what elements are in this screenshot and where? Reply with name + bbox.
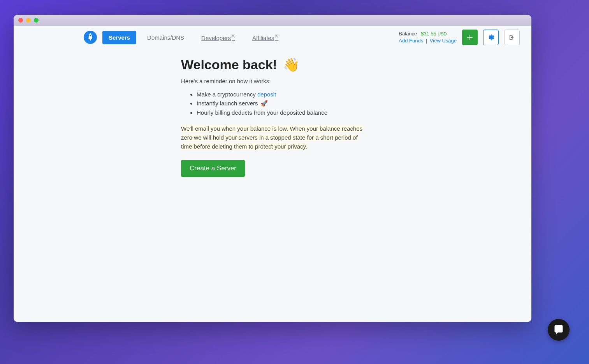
balance-separator: | <box>426 38 427 44</box>
balance-label: Balance <box>399 31 417 37</box>
gear-icon <box>487 34 494 41</box>
nav-domains[interactable]: Domains/DNS <box>141 31 190 44</box>
logout-icon <box>508 34 515 41</box>
main-content: Welcome back! 👋 Here's a reminder on how… <box>14 49 380 177</box>
brand-logo[interactable] <box>84 31 97 44</box>
nav-affiliates[interactable]: Affiliates⇱ <box>246 30 285 45</box>
window-titlebar <box>14 15 531 26</box>
nav-developers[interactable]: Developers⇱ <box>195 30 241 45</box>
page-title: Welcome back! 👋 <box>181 57 380 72</box>
logout-button[interactable] <box>504 30 520 45</box>
step2-text: Instantly launch servers <box>197 100 258 107</box>
create-server-button[interactable]: Create a Server <box>181 160 245 177</box>
heading-text: Welcome back! <box>181 57 277 72</box>
plus-icon <box>466 34 473 41</box>
warning-part1: We'll email you when your balance is low… <box>181 125 288 132</box>
nav-servers[interactable]: Servers <box>102 31 136 44</box>
step-deposit: Make a cryptocurrency deposit <box>197 90 380 99</box>
step-launch: Instantly launch servers 🚀 <box>197 99 380 108</box>
close-window-button[interactable] <box>18 18 23 23</box>
settings-button[interactable] <box>483 30 499 45</box>
balance-warning: We'll email you when your balance is low… <box>181 124 368 151</box>
balance-amount: $31.55 <box>421 31 436 37</box>
minimize-window-button[interactable] <box>26 18 31 23</box>
top-header: Servers Domains/DNS Developers⇱ Affiliat… <box>14 26 531 49</box>
app-window: Servers Domains/DNS Developers⇱ Affiliat… <box>14 15 531 322</box>
rocket-emoji: 🚀 <box>260 100 268 107</box>
balance-currency: USD <box>438 32 447 36</box>
external-link-icon: ⇱ <box>275 34 278 38</box>
nav-developers-label: Developers <box>201 35 231 41</box>
external-link-icon: ⇱ <box>232 34 235 38</box>
wave-emoji: 👋 <box>283 57 299 72</box>
steps-list: Make a cryptocurrency deposit Instantly … <box>181 90 380 117</box>
header-right: Balance $31.55 USD Add Funds | View Usag… <box>399 30 520 45</box>
view-usage-link[interactable]: View Usage <box>430 38 457 44</box>
step1-prefix: Make a cryptocurrency <box>197 91 257 98</box>
main-nav: Servers Domains/DNS Developers⇱ Affiliat… <box>102 30 289 45</box>
deposit-link[interactable]: deposit <box>257 91 276 98</box>
add-funds-link[interactable]: Add Funds <box>399 38 423 44</box>
add-button[interactable] <box>462 30 478 45</box>
nav-affiliates-label: Affiliates <box>252 35 274 41</box>
maximize-window-button[interactable] <box>34 18 39 23</box>
subtitle: Here's a reminder on how it works: <box>181 78 380 84</box>
step-billing: Hourly billing deducts from your deposit… <box>197 108 380 117</box>
chat-icon <box>553 324 564 335</box>
rocket-logo-icon <box>87 33 94 42</box>
chat-widget-button[interactable] <box>548 319 570 341</box>
balance-block: Balance $31.55 USD Add Funds | View Usag… <box>399 30 457 44</box>
